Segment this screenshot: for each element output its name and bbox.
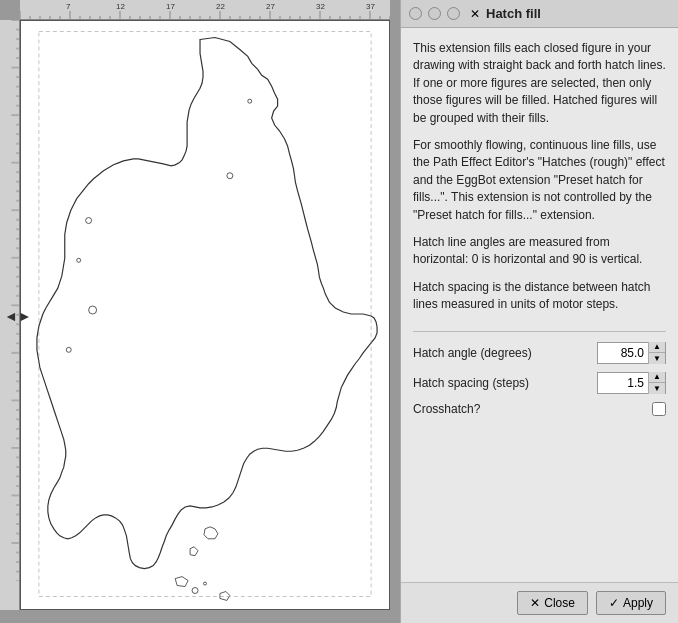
dialog-title-icon: ✕ [470, 7, 480, 21]
hatch-fill-dialog: ✕ Hatch fill This extension fills each c… [400, 0, 678, 623]
svg-point-7 [204, 582, 207, 585]
description-para4: Hatch spacing is the distance between ha… [413, 279, 666, 314]
description-para1: This extension fills each closed figure … [413, 40, 666, 127]
hatch-angle-stepper[interactable]: ▲ ▼ [648, 342, 665, 364]
hatch-spacing-label: Hatch spacing (steps) [413, 376, 597, 390]
scroll-arrow-icon: ◄► [4, 308, 32, 324]
hatch-angle-label: Hatch angle (degrees) [413, 346, 597, 360]
window-min-button[interactable] [428, 7, 441, 20]
close-button[interactable]: ✕ Close [517, 591, 588, 615]
hatch-spacing-down-button[interactable]: ▼ [649, 383, 665, 394]
close-icon: ✕ [530, 596, 540, 610]
apply-button-label: Apply [623, 596, 653, 610]
hatch-angle-spinner[interactable]: ▲ ▼ [597, 342, 666, 364]
window-max-button[interactable] [447, 7, 460, 20]
hatch-spacing-row: Hatch spacing (steps) ▲ ▼ [413, 372, 666, 394]
dialog-body: This extension fills each closed figure … [401, 28, 678, 582]
svg-point-6 [192, 588, 198, 594]
australia-drawing [21, 21, 389, 609]
crosshatch-row: Crosshatch? [413, 402, 666, 416]
hatch-angle-row: Hatch angle (degrees) ▲ ▼ [413, 342, 666, 364]
dialog-titlebar: ✕ Hatch fill [401, 0, 678, 28]
drawing-canvas [20, 20, 390, 610]
close-button-label: Close [544, 596, 575, 610]
dialog-title: Hatch fill [486, 6, 541, 21]
hatch-angle-up-button[interactable]: ▲ [649, 342, 665, 353]
ruler-top [20, 0, 390, 20]
hatch-spacing-spinner[interactable]: ▲ ▼ [597, 372, 666, 394]
description-para3: Hatch line angles are measured from hori… [413, 234, 666, 269]
svg-point-4 [227, 173, 233, 179]
hatch-spacing-input[interactable] [598, 373, 648, 393]
crosshatch-checkbox[interactable] [652, 402, 666, 416]
svg-point-3 [66, 347, 71, 352]
hatch-spacing-up-button[interactable]: ▲ [649, 372, 665, 383]
description-para2: For smoothly flowing, continuous line fi… [413, 137, 666, 224]
crosshatch-label: Crosshatch? [413, 402, 480, 416]
svg-point-5 [248, 99, 252, 103]
dialog-footer: ✕ Close ✓ Apply [401, 582, 678, 623]
hatch-angle-input[interactable] [598, 343, 648, 363]
svg-point-1 [77, 258, 81, 262]
svg-point-2 [89, 306, 97, 314]
svg-point-0 [86, 218, 92, 224]
hatch-angle-down-button[interactable]: ▼ [649, 353, 665, 364]
canvas-area: ◄► [0, 0, 400, 623]
apply-button[interactable]: ✓ Apply [596, 591, 666, 615]
window-close-button[interactable] [409, 7, 422, 20]
apply-icon: ✓ [609, 596, 619, 610]
hatch-spacing-stepper[interactable]: ▲ ▼ [648, 372, 665, 394]
controls-section: Hatch angle (degrees) ▲ ▼ Hatch spacing … [413, 331, 666, 416]
